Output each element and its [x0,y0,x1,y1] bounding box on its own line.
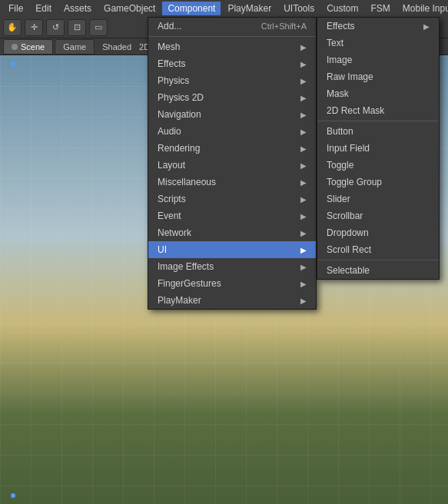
ui-menu-2d-rect-mask[interactable]: 2D Rect Mask [317,102,439,119]
ui-submenu: Effects ▶ Text Image Raw Image Mask 2D R… [317,17,440,280]
ui-scrollbar-label: Scrollbar [327,211,363,221]
ui-mask-label: Mask [327,88,349,99]
ui-effects-arrow: ▶ [423,22,430,31]
menubar-custom[interactable]: Custom [321,2,363,15]
tab-game[interactable]: Game [55,39,95,55]
game-tab-label: Game [63,42,86,51]
menu-finger-gestures-arrow: ▶ [300,280,307,288]
menubar-uitools[interactable]: UITools [278,2,320,15]
ui-effects-label: Effects [327,21,354,32]
rect-icon: ▭ [95,22,102,32]
menu-effects[interactable]: Effects ▶ [148,55,316,72]
ui-menu-input-field[interactable]: Input Field [317,140,439,157]
menu-playmaker-arrow: ▶ [300,297,307,305]
menu-image-effects-arrow: ▶ [300,263,307,271]
menubar-assets[interactable]: Assets [58,2,97,15]
menu-add[interactable]: Add... Ctrl+Shift+A [148,18,316,35]
menu-navigation[interactable]: Navigation ▶ [148,106,316,123]
move-tool-button[interactable]: ✛ [25,19,43,36]
menubar-edit[interactable]: Edit [30,2,57,15]
ui-button-label: Button [327,126,353,137]
ui-menu-mask[interactable]: Mask [317,85,439,102]
ui-menu-slider[interactable]: Slider [317,191,439,207]
move-icon: ✛ [31,22,38,32]
scale-icon: ⊡ [74,22,81,32]
menubar-gameobject[interactable]: GameObject [98,2,161,15]
menu-event-arrow: ▶ [300,212,307,220]
menu-layout-label: Layout [158,160,185,171]
rotate-icon: ↺ [52,22,59,32]
ui-toggle-group-label: Toggle Group [327,177,382,187]
ui-menu-dropdown[interactable]: Dropdown [317,224,439,241]
menu-miscellaneous-label: Miscellaneous [158,177,216,187]
menu-physics[interactable]: Physics ▶ [148,72,316,89]
menu-physics2d-label: Physics 2D [158,92,204,103]
menubar-component[interactable]: Component [162,2,221,15]
ui-menu-image[interactable]: Image [317,51,439,68]
menu-ui-label: UI [158,244,167,255]
ui-menu-toggle[interactable]: Toggle [317,157,439,174]
scene-dot-icon [12,44,18,50]
menu-playmaker[interactable]: PlayMaker ▶ [148,292,316,309]
shading-label: Shaded [102,42,131,51]
scene-tab-label: Scene [21,42,45,51]
hand-icon: ✋ [7,22,18,32]
menu-scripts[interactable]: Scripts ▶ [148,191,316,207]
ui-menu-raw-image[interactable]: Raw Image [317,68,439,85]
menu-image-effects[interactable]: Image Effects ▶ [148,258,316,275]
menu-rendering[interactable]: Rendering ▶ [148,140,316,157]
menu-rendering-label: Rendering [158,143,200,154]
tab-scene[interactable]: Scene [3,39,53,55]
ui-menu-effects[interactable]: Effects ▶ [317,18,439,35]
menu-mesh-label: Mesh [158,41,180,52]
ui-dropdown-label: Dropdown [327,227,369,238]
ui-selectable-label: Selectable [327,265,370,276]
ui-menu-toggle-group[interactable]: Toggle Group [317,174,439,191]
hand-tool-button[interactable]: ✋ [3,19,22,36]
menu-mesh[interactable]: Mesh ▶ [148,38,316,55]
ui-raw-image-label: Raw Image [327,71,373,82]
menu-sep-1 [148,36,316,37]
menu-mesh-arrow: ▶ [300,43,307,51]
menu-event[interactable]: Event ▶ [148,207,316,224]
menu-network[interactable]: Network ▶ [148,224,316,241]
menu-ui[interactable]: UI ▶ [148,241,316,258]
scale-tool-button[interactable]: ⊡ [68,19,86,36]
rotate-tool-button[interactable]: ↺ [46,19,65,36]
menu-audio[interactable]: Audio ▶ [148,123,316,140]
ui-menu-scrollbar[interactable]: Scrollbar [317,207,439,224]
menu-navigation-label: Navigation [158,109,201,120]
menu-ui-arrow: ▶ [300,246,307,254]
menu-playmaker-label: PlayMaker [158,295,201,306]
menubar: File Edit Assets GameObject Component Pl… [0,0,448,17]
ui-image-label: Image [327,55,352,65]
ui-menu-scroll-rect[interactable]: Scroll Rect [317,241,439,258]
menu-network-arrow: ▶ [300,229,307,237]
menubar-fsm[interactable]: FSM [366,2,396,15]
menubar-file[interactable]: File [3,2,28,15]
menu-finger-gestures-label: FingerGestures [158,278,221,289]
ui-menu-button[interactable]: Button [317,123,439,140]
menu-physics-label: Physics [158,75,189,86]
menu-physics2d[interactable]: Physics 2D ▶ [148,89,316,106]
menu-miscellaneous[interactable]: Miscellaneous ▶ [148,174,316,191]
menu-effects-arrow: ▶ [300,60,307,68]
menu-finger-gestures[interactable]: FingerGestures ▶ [148,275,316,292]
menu-layout[interactable]: Layout ▶ [148,157,316,174]
menu-add-shortcut: Ctrl+Shift+A [261,22,307,31]
menu-navigation-arrow: ▶ [300,111,307,119]
menubar-playmaker[interactable]: PlayMaker [222,2,277,15]
ui-menu-selectable[interactable]: Selectable [317,262,439,279]
menu-event-label: Event [158,211,181,221]
menu-audio-label: Audio [158,126,181,137]
menu-add-label: Add... [158,21,181,32]
ui-menu-text[interactable]: Text [317,35,439,51]
menubar-mobile-input[interactable]: Mobile Input [397,2,448,15]
ui-text-label: Text [327,38,343,48]
rect-tool-button[interactable]: ▭ [89,19,108,36]
scene-point-top [11,61,15,66]
menu-image-effects-label: Image Effects [158,261,214,272]
ui-sep-2 [317,260,439,260]
menu-miscellaneous-arrow: ▶ [300,178,307,187]
ui-2d-rect-mask-label: 2D Rect Mask [327,105,384,116]
